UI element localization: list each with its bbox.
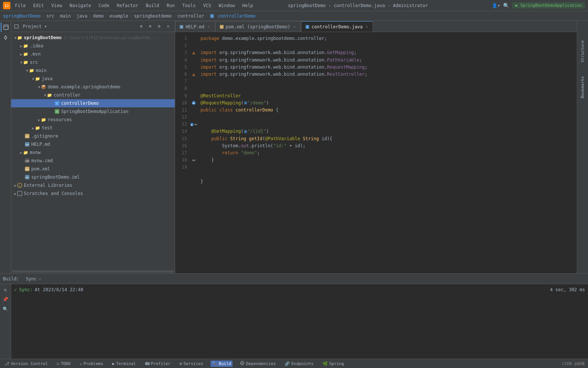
tree-external-libs[interactable]: ▶ L External Libraries [11,181,175,189]
locate-icon[interactable]: ⊕ [137,23,145,30]
sync-time: At 2023/6/14 22:40 [35,287,83,292]
status-build[interactable]: 🔨 Build [211,361,233,367]
bc-src[interactable]: src [46,13,54,19]
search-icon[interactable]: 🔍 [503,3,509,9]
tree-src[interactable]: ▼ 📁 src [11,58,175,66]
tree-settings-icon[interactable]: ⚙ [155,23,163,30]
svg-text:J: J [211,15,213,18]
tree-scrollbar[interactable] [12,270,174,273]
status-dependencies[interactable]: Dependencies [238,360,277,367]
status-profiler[interactable]: Profiler [143,360,172,367]
svg-text:C: C [307,26,308,29]
svg-rect-43 [145,362,146,365]
tree-gitignore[interactable]: GIT .gitignore [11,132,175,140]
status-version-control[interactable]: ⎇ Version Control [3,361,49,367]
svg-text:C: C [56,102,58,105]
tree-mvn-folder[interactable]: ▶ 📁 .mvn [11,50,175,58]
tree-mvnw-cmd[interactable]: CMD mvnw.cmd [11,157,175,165]
menu-file[interactable]: File [13,2,27,9]
tree-scratches[interactable]: ▶ Scratches and Consoles [11,189,175,198]
bc-example[interactable]: example [110,13,129,19]
tab-controller-demo[interactable]: C controllerDemo.java ✕ [301,21,373,32]
status-terminal[interactable]: ▶ Terminal [111,361,137,367]
menu-vcs[interactable]: VCS [202,2,213,9]
menu-window[interactable]: Window [217,2,236,9]
close-panel-icon[interactable]: ✕ [164,23,172,30]
editor-area: M HELP.md ✕ X pom.xml (springBootDemo) ✕… [175,21,577,273]
tab-help-md[interactable]: M HELP.md ✕ [175,21,215,32]
status-problems[interactable]: ⚠ Problems [78,361,105,367]
commit-icon[interactable] [1,33,10,43]
bookmarks-tab[interactable]: Bookmarks [579,73,587,101]
tree-idea[interactable]: ▶ 📁 .idea [11,42,175,50]
menu-help[interactable]: Help [241,2,255,9]
profiler-icon [145,361,149,367]
svg-text:CMD: CMD [25,160,29,162]
build-pin-icon[interactable]: 📌 [1,295,10,303]
bc-demo[interactable]: demo [93,13,104,19]
bc-controller[interactable]: controller [177,13,204,19]
tree-controller-folder[interactable]: ▼ 📁 controller [11,91,175,99]
tree-pom-xml[interactable]: XML pom.xml [11,165,175,173]
bc-java[interactable]: java [76,13,87,19]
tab-close-pom[interactable]: ✕ [292,24,297,29]
menu-edit[interactable]: Edit [32,2,45,9]
services-label: Services [183,361,203,366]
bc-file[interactable]: J controllerDemo [210,13,255,19]
status-spring[interactable]: 🌿 Spring [321,361,346,367]
project-icon[interactable] [1,22,10,32]
tab-close-help[interactable]: ✕ [206,24,211,29]
build-output: ✓ Sync: At 2023/6/14 22:40 4 sec, 302 ms [11,284,588,359]
services-icon: ⚙ [180,361,182,366]
build-refresh-icon[interactable]: ↻ [1,286,10,294]
svg-marker-33 [192,51,195,54]
project-tree[interactable]: ▼ 📁 springBootDemo C:\Users\17512\Deskto… [11,32,175,270]
status-services[interactable]: ⚙ Services [178,361,205,367]
tree-controller-demo[interactable]: C controllerDemo [11,99,175,107]
tree-help-md[interactable]: MD HELP.md [11,140,175,148]
tab-label-controller: controllerDemo.java [312,24,363,29]
code-editor[interactable]: 1 2 3 4 5 6 7 8 9 10 11 12 13 14 15 16 1… [175,32,577,273]
tab-pom[interactable]: X pom.xml (springBootDemo) ✕ [215,21,301,32]
menu-code[interactable]: Code [97,2,111,9]
menu-run[interactable]: Run [165,2,176,9]
menu-build[interactable]: Build [144,2,161,9]
code-content[interactable]: package demo.example.springbootdemo.cont… [197,32,577,273]
tree-iml[interactable]: IML springBootDemo.iml [11,173,175,181]
tab-close-controller[interactable]: ✕ [364,24,369,29]
build-toolbar: ↻ 📌 🔍 [0,284,11,359]
breadcrumb-root[interactable]: springBootDemo [3,13,41,19]
tree-mvnw[interactable]: ▶ 📁 mvnw [11,148,175,157]
app-logo: IJ [3,2,10,9]
tree-spring-app[interactable]: S SpringBootDemoApplication [11,107,175,116]
tree-main[interactable]: ▼ 📁 main [11,66,175,75]
menu-tools[interactable]: Tools [181,2,197,9]
status-todo[interactable]: ☑ TODO [55,361,72,367]
build-find-icon[interactable]: 🔍 [1,305,10,313]
tab-sync[interactable]: Sync ✕ [22,274,45,283]
endpoints-icon: 🔗 [285,361,290,366]
structure-tab[interactable]: Structure [579,37,587,66]
menu-bar: File Edit View Navigate Code Refactor Bu… [13,2,255,9]
svg-rect-40 [192,160,195,161]
status-endpoints[interactable]: 🔗 Endpoints [283,361,315,367]
svg-rect-4 [4,25,8,29]
bc-springbootdemo[interactable]: springbootdemo [134,13,172,19]
panel-header: Project ▾ ⊕ ≡ ⚙ ✕ [11,21,175,32]
tree-resources[interactable]: ▶ 📁 resources [11,116,175,124]
account-icon[interactable]: 👤▾ [492,3,500,8]
tree-package[interactable]: ▼ 📦 demo.example.springbootdemo [11,83,175,91]
tree-test[interactable]: ▶ 📁 test [11,124,175,132]
build-label: Build: [3,276,19,281]
tab-sync-label: Sync [26,276,37,281]
run-config[interactable]: ▶ SpringBootDemoApplication [512,2,585,9]
tree-root[interactable]: ▼ 📁 springBootDemo C:\Users\17512\Deskto… [11,34,175,42]
svg-text:GIT: GIT [25,135,29,138]
menu-refactor[interactable]: Refactor [115,2,140,9]
menu-view[interactable]: View [50,2,64,9]
tab-sync-close[interactable]: ✕ [39,277,41,281]
tree-java[interactable]: ▼ 📁 java [11,75,175,83]
bc-main[interactable]: main [60,13,71,19]
menu-navigate[interactable]: Navigate [68,2,93,9]
collapse-icon[interactable]: ≡ [146,23,154,30]
